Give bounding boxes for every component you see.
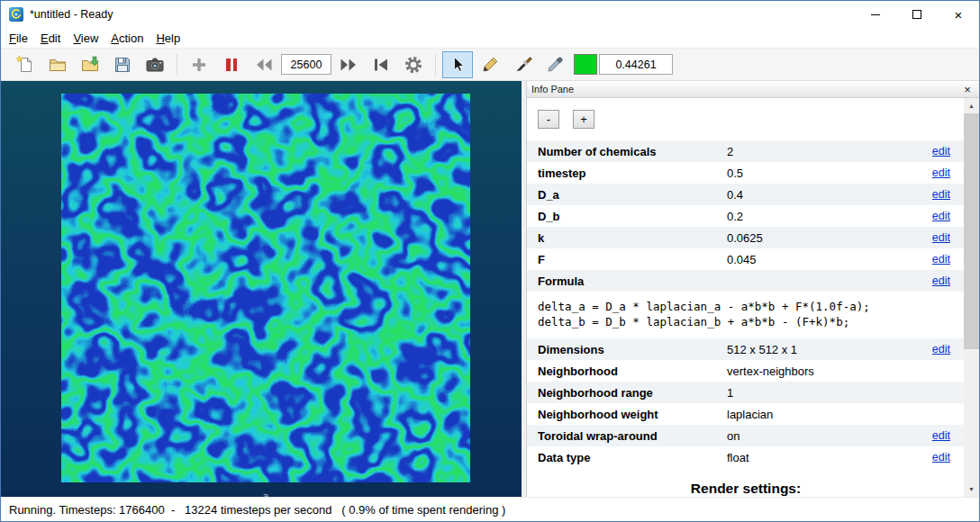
- info-pane-close-button[interactable]: ×: [960, 83, 975, 96]
- row-label: Neighborhood range: [538, 386, 727, 400]
- pause-button[interactable]: [216, 51, 247, 78]
- fast-forward-icon: [339, 56, 358, 74]
- pencil-icon: [480, 55, 500, 75]
- pause-icon: [225, 58, 239, 71]
- render-settings-heading: Render settings:: [527, 481, 965, 497]
- edit-link[interactable]: edit: [932, 451, 950, 464]
- run-settings-button[interactable]: [398, 51, 429, 78]
- menu-file[interactable]: File: [3, 29, 34, 48]
- row-label: D_b: [538, 210, 727, 223]
- text-size-buttons: - +: [527, 98, 979, 129]
- skip-to-start-icon: [371, 56, 391, 74]
- info-pane-body: - + Number of chemicals 2 edit timestep …: [527, 98, 979, 497]
- brush-color-swatch[interactable]: [574, 54, 597, 75]
- save-button[interactable]: [107, 51, 138, 78]
- timesteps-per-render-value: 25600: [291, 58, 322, 71]
- pencil-tool-button[interactable]: [475, 51, 505, 78]
- table-row: Number of chemicals 2 edit: [527, 140, 965, 162]
- window-title: *untitled - Ready: [30, 8, 113, 21]
- row-label: Number of chemicals: [538, 145, 727, 158]
- row-value: on: [727, 429, 932, 443]
- screenshot-button[interactable]: [140, 51, 170, 78]
- row-value: 2: [727, 145, 932, 158]
- menu-edit[interactable]: Edit: [34, 29, 67, 48]
- row-value: 0.0625: [727, 231, 932, 245]
- table-row: Data type float edit: [527, 446, 965, 468]
- row-label: k: [538, 231, 727, 245]
- table-row: F 0.045 edit: [527, 248, 965, 270]
- timesteps-per-render-field[interactable]: 25600: [281, 54, 331, 75]
- window-controls: ×: [855, 1, 979, 28]
- render-canvas-area[interactable]: a: [1, 81, 522, 497]
- menu-bar: File Edit View Action Help: [1, 28, 979, 48]
- edit-link[interactable]: edit: [932, 253, 950, 266]
- picker-tool-button[interactable]: [540, 51, 570, 78]
- toolbar: 25600: [1, 48, 979, 81]
- row-label: Toroidal wrap-around: [538, 429, 727, 443]
- brush-icon: [513, 55, 532, 75]
- formula-line: delta_a = D_a * laplacian_a - a*b*b + F*…: [538, 299, 965, 314]
- status-bar: Running. Timesteps: 1766400 - 13224 time…: [1, 497, 979, 521]
- table-row: D_b 0.2 edit: [527, 205, 965, 227]
- main-content: a Info Pane × - + Number of chemicals 2 …: [1, 81, 979, 497]
- toolbar-separator: [435, 54, 436, 76]
- table-row: timestep 0.5 edit: [527, 162, 965, 184]
- row-value: 512 x 512 x 1: [727, 343, 932, 356]
- gear-icon: [404, 55, 423, 75]
- menu-action[interactable]: Action: [104, 29, 150, 48]
- info-pane-title: Info Pane: [531, 84, 574, 94]
- row-value: 0.2: [727, 210, 932, 223]
- pointer-tool-button[interactable]: [442, 51, 473, 78]
- table-row: Dimensions 512 x 512 x 1 edit: [527, 338, 965, 360]
- edit-link[interactable]: edit: [932, 429, 950, 442]
- scroll-down-arrow[interactable]: ▼: [964, 482, 979, 497]
- maximize-icon: [912, 10, 921, 19]
- table-row: Neighborhood range 1: [527, 382, 965, 403]
- edit-link[interactable]: edit: [932, 343, 950, 356]
- status-text: Running. Timesteps: 1766400 - 13224 time…: [9, 503, 505, 517]
- brush-tool-button[interactable]: [507, 51, 538, 78]
- maximize-button[interactable]: [896, 1, 938, 28]
- new-file-icon: [15, 55, 35, 75]
- edit-link[interactable]: edit: [932, 210, 950, 222]
- row-label: Neighborhood weight: [538, 408, 727, 421]
- plus-icon: [190, 56, 208, 74]
- minimize-icon: [871, 14, 880, 15]
- scrollbar-thumb[interactable]: [964, 113, 979, 349]
- edit-link[interactable]: edit: [932, 188, 950, 201]
- open-recent-button[interactable]: [75, 51, 105, 78]
- edit-link[interactable]: edit: [932, 145, 950, 158]
- close-icon: ×: [955, 8, 963, 22]
- minimize-button[interactable]: [855, 1, 896, 28]
- row-label: Neighborhood: [538, 364, 727, 378]
- brush-value-field[interactable]: 0.44261: [599, 54, 673, 75]
- close-button[interactable]: ×: [938, 1, 979, 28]
- eyedropper-icon: [545, 55, 565, 75]
- edit-link[interactable]: edit: [932, 231, 950, 244]
- edit-link[interactable]: edit: [932, 274, 950, 287]
- formula-line: delta_b = D_b * laplacian_b + a*b*b - (F…: [538, 314, 965, 329]
- table-row: k 0.0625 edit: [527, 227, 965, 248]
- reaction-diffusion-pattern[interactable]: [61, 94, 470, 482]
- chemical-label: a: [61, 490, 470, 497]
- table-row: Neighborhood vertex-neighbors: [527, 360, 965, 382]
- row-value: vertex-neighbors: [727, 364, 950, 378]
- faster-button[interactable]: [333, 51, 364, 78]
- scroll-up-arrow[interactable]: ▲: [964, 98, 979, 113]
- reset-button[interactable]: [366, 51, 396, 78]
- row-label: timestep: [538, 166, 727, 180]
- menu-view[interactable]: View: [67, 29, 104, 48]
- edit-link[interactable]: edit: [932, 166, 950, 179]
- new-pattern-button[interactable]: [10, 51, 41, 78]
- parameter-table: Number of chemicals 2 edit timestep 0.5 …: [527, 140, 965, 468]
- decrease-text-button[interactable]: -: [538, 110, 559, 129]
- info-pane-scrollbar[interactable]: ▲ ▼: [964, 98, 979, 497]
- increase-text-button[interactable]: +: [573, 110, 594, 129]
- menu-help[interactable]: Help: [150, 29, 186, 48]
- slower-button[interactable]: [249, 51, 279, 78]
- camera-icon: [145, 55, 165, 75]
- row-label: D_a: [538, 188, 727, 202]
- info-pane-caption: Info Pane ×: [527, 81, 979, 98]
- open-pattern-button[interactable]: [42, 51, 73, 78]
- run-button[interactable]: [184, 51, 214, 78]
